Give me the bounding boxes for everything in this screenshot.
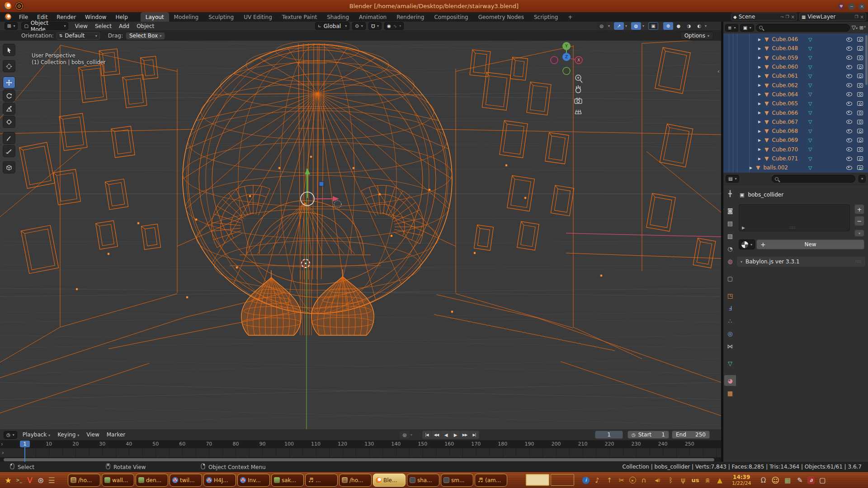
- options-dropdown[interactable]: Options▾: [680, 32, 713, 40]
- taskbar-button-sm[interactable]: sm...: [441, 474, 473, 487]
- launcher-browser-icon[interactable]: V: [24, 473, 35, 488]
- tab-layout[interactable]: Layout: [141, 12, 169, 22]
- object-types-carat[interactable]: ▾: [608, 24, 610, 28]
- disable-render-camera-icon[interactable]: [857, 129, 863, 133]
- headphones-tray-icon[interactable]: ∩: [639, 476, 648, 484]
- tab-rendering[interactable]: Rendering: [392, 12, 429, 22]
- region-collapse-arrow[interactable]: ‹: [717, 68, 720, 75]
- properties-tab-particles[interactable]: ∴: [724, 315, 736, 326]
- shading-solid-button[interactable]: ●: [674, 22, 684, 30]
- object-name[interactable]: balls.002: [763, 164, 788, 171]
- timeline-editor-dropdown[interactable]: ◷▾: [4, 431, 17, 439]
- properties-tab-output[interactable]: ▤: [724, 218, 736, 229]
- next-keyframe-button[interactable]: ▶▶: [460, 431, 470, 439]
- overlays-toggle[interactable]: ◍: [631, 22, 641, 30]
- tool-annotate[interactable]: [3, 132, 15, 144]
- properties-options-carat[interactable]: ▾: [859, 175, 866, 183]
- show-object-types-dropdown[interactable]: ◎: [597, 22, 607, 30]
- resize-grip[interactable]: ∷∷: [790, 225, 796, 230]
- properties-tab-scene[interactable]: ◔: [724, 243, 736, 254]
- screenshot-tray-icon[interactable]: ✂: [617, 476, 626, 484]
- tab-shading[interactable]: Shading: [322, 12, 354, 22]
- shading-rendered-button[interactable]: ◐: [694, 22, 704, 30]
- play-button[interactable]: ▶: [451, 431, 460, 439]
- remove-icon[interactable]: ×: [860, 14, 864, 19]
- jump-to-start-button[interactable]: |◀: [422, 431, 432, 439]
- disable-render-camera-icon[interactable]: [857, 74, 863, 78]
- tab-scripting[interactable]: Scripting: [529, 12, 563, 22]
- viewport-menu-object[interactable]: Object: [133, 23, 158, 29]
- outliner-row[interactable]: ▶▼Cube.059▽: [723, 53, 868, 62]
- outliner-row[interactable]: ▶▼Cube.070▽: [723, 145, 868, 154]
- outliner-display-mode-dropdown[interactable]: ≣▾: [725, 24, 738, 32]
- object-name[interactable]: Cube.059: [772, 55, 798, 61]
- frame-start-field[interactable]: ◷ Start 1: [627, 431, 669, 439]
- xray-toggle[interactable]: ▣: [648, 22, 658, 30]
- disable-render-camera-icon[interactable]: [857, 56, 863, 60]
- viewport-menu-view[interactable]: View: [71, 23, 91, 29]
- outliner-row[interactable]: ▶▼balls.002▽: [723, 163, 868, 172]
- prev-keyframe-button[interactable]: ◀◀: [432, 431, 441, 439]
- hide-eye-icon[interactable]: [846, 65, 852, 69]
- shading-wireframe-button[interactable]: ⊕: [663, 22, 673, 30]
- object-name[interactable]: Cube.068: [772, 128, 798, 134]
- properties-tab-object[interactable]: ◳: [724, 290, 736, 301]
- disable-render-camera-icon[interactable]: [857, 65, 863, 69]
- hide-eye-icon[interactable]: [846, 74, 852, 78]
- scene-selector[interactable]: ◆Scene ⤳ ❐ ×: [731, 13, 797, 21]
- trash-tray-icon[interactable]: ▢: [818, 476, 827, 484]
- disable-render-camera-icon[interactable]: [857, 156, 863, 161]
- tool-scale[interactable]: [3, 103, 15, 115]
- overlays-carat[interactable]: ▾: [642, 24, 644, 28]
- disable-render-camera-icon[interactable]: [857, 92, 863, 97]
- slot-expand-arrow[interactable]: ▶: [742, 225, 745, 230]
- outliner-row[interactable]: ▶▼Cube.061▽: [723, 71, 868, 80]
- disable-render-camera-icon[interactable]: [857, 83, 863, 88]
- proportional-edit-dropdown[interactable]: ◉∿▾: [384, 22, 404, 30]
- material-slot-list[interactable]: ▶ ∷∷: [739, 204, 850, 231]
- outliner-row[interactable]: ▶▼Cube.071▽: [723, 154, 868, 163]
- object-name[interactable]: Cube.046: [772, 36, 798, 42]
- object-name[interactable]: Cube.066: [772, 110, 798, 116]
- pager-workspace-2[interactable]: [551, 474, 574, 486]
- disable-render-camera-icon[interactable]: [857, 138, 863, 142]
- warning-tray-icon[interactable]: ▲: [715, 476, 724, 484]
- disable-render-camera-icon[interactable]: [857, 165, 863, 170]
- disable-render-camera-icon[interactable]: [857, 37, 863, 42]
- panel-grip[interactable]: ∷∷: [856, 259, 862, 264]
- taskbar-button-sha[interactable]: sha...: [407, 474, 439, 487]
- outliner-row[interactable]: ▶▼Cube.064▽: [723, 90, 868, 99]
- pager-workspace-1[interactable]: [526, 474, 549, 486]
- launcher-terminal-icon[interactable]: >_: [14, 473, 24, 488]
- menu-help[interactable]: Help: [111, 12, 132, 22]
- transform-orientation-dropdown[interactable]: ∟Global▾: [315, 22, 349, 30]
- window-titlebar[interactable]: Blender [/home/amalie/Desktop/blender/st…: [0, 0, 868, 12]
- expand-arrow-icon[interactable]: ▶: [758, 102, 761, 106]
- properties-tab-material[interactable]: ◕: [724, 375, 736, 386]
- wireframe-scene[interactable]: YZX: [0, 41, 721, 429]
- taskbar-button-twil[interactable]: Vtwil...: [170, 474, 202, 487]
- expand-arrow-icon[interactable]: ▶: [758, 147, 761, 151]
- expand-arrow-icon[interactable]: ▶: [758, 74, 761, 78]
- writer-tray-icon[interactable]: ✎: [795, 476, 804, 484]
- update-tray-icon[interactable]: ↑: [605, 476, 614, 484]
- calculator-tray-icon[interactable]: ▦: [783, 476, 792, 484]
- hide-eye-icon[interactable]: [846, 102, 852, 106]
- expand-arrow-icon[interactable]: ▶: [758, 47, 761, 51]
- timeline-channels[interactable]: ›: [0, 448, 721, 457]
- tool-move[interactable]: [3, 76, 15, 89]
- play-reverse-button[interactable]: ◀: [441, 431, 451, 439]
- new-material-button[interactable]: + New: [756, 239, 864, 249]
- drag-dropdown[interactable]: Select Box▾: [126, 32, 165, 40]
- taskbar-button-ho[interactable]: ☰/ho...: [339, 474, 372, 487]
- taskbar-button-am[interactable]: ♬(am...: [475, 474, 507, 487]
- timeline-menu-marker[interactable]: Marker: [103, 432, 129, 438]
- launcher-media-icon[interactable]: ⊛: [35, 473, 46, 488]
- expand-arrow[interactable]: ›: [1, 441, 3, 447]
- properties-tab-view-layer[interactable]: ▧: [724, 230, 736, 241]
- wifi-tray-icon[interactable]: (((: [705, 476, 710, 485]
- properties-editor-dropdown[interactable]: ▤▾: [726, 175, 739, 183]
- disable-render-camera-icon[interactable]: [857, 46, 863, 51]
- tool-cursor[interactable]: [3, 60, 15, 72]
- remove-slot-button[interactable]: −: [854, 216, 864, 226]
